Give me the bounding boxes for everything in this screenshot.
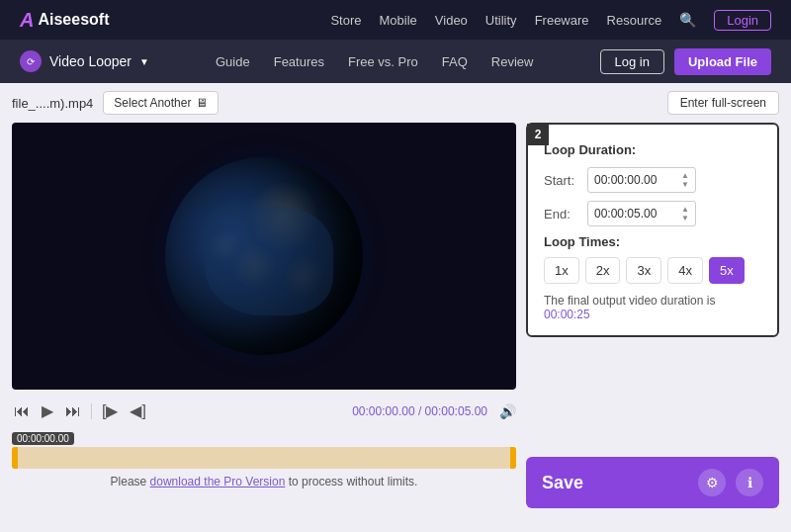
panel-number: 2: [527, 124, 549, 145]
timeline-track[interactable]: [12, 447, 516, 469]
upload-file-button[interactable]: Upload File: [674, 48, 771, 75]
monitor-icon: 🖥: [196, 96, 208, 110]
current-time: 00:00:00.00: [352, 404, 414, 418]
pro-download-link[interactable]: download the Pro Version: [150, 475, 286, 488]
start-label: Start:: [544, 173, 579, 188]
time-separator: /: [418, 404, 425, 418]
brand-icon: ⟳: [20, 50, 42, 72]
loop-buttons: 1x 2x 3x 4x 5x: [544, 257, 761, 284]
loop-end-button[interactable]: ◀]: [128, 399, 147, 422]
timeline-handle-right[interactable]: [510, 447, 516, 469]
settings-button[interactable]: ⚙: [698, 469, 726, 496]
nav-mobile[interactable]: Mobile: [380, 13, 417, 28]
end-value: 00:00:05.00: [594, 207, 657, 221]
loop-panel: 2 Loop Duration: Start: 00:00:00.00 ▲ ▼ …: [526, 123, 779, 337]
video-controls: ⏮ ▶ ⏭ [▶ ◀] 00:00:00.00 / 00:00:05.00 🔊: [12, 396, 516, 426]
file-info: file_....m).mp4 Select Another 🖥: [12, 91, 219, 115]
tool-name: Video Looper: [49, 53, 132, 69]
sub-nav-links: Guide Features Free vs. Pro FAQ Review: [179, 54, 571, 69]
logo: A Aiseesoft: [20, 9, 109, 32]
logo-text: Aiseesoft: [38, 11, 109, 29]
total-time: 00:00:05.00: [425, 404, 487, 418]
start-field-row: Start: 00:00:00.00 ▲ ▼: [544, 167, 761, 193]
loop-duration-label: Loop Duration:: [544, 142, 761, 157]
logo-a: A: [20, 9, 34, 32]
pro-notice: Please download the Pro Version to proce…: [12, 475, 516, 488]
sub-nav-free-vs-pro[interactable]: Free vs. Pro: [348, 54, 418, 69]
spin-down[interactable]: ▼: [681, 180, 689, 189]
output-text: The final output video duration is: [544, 294, 715, 308]
earth-continent: [205, 207, 333, 315]
chevron-down-icon: ▼: [139, 56, 149, 67]
volume-icon[interactable]: 🔊: [499, 403, 516, 419]
loop-1x-button[interactable]: 1x: [544, 257, 579, 284]
video-section: ⏮ ▶ ⏭ [▶ ◀] 00:00:00.00 / 00:00:05.00 🔊 …: [12, 123, 516, 508]
output-info: The final output video duration is 00:00…: [544, 294, 761, 321]
top-navigation: A Aiseesoft Store Mobile Video Utility F…: [0, 0, 791, 40]
output-duration: 00:00:25: [544, 308, 590, 321]
earth-sphere: [165, 157, 363, 355]
save-panel: Save ⚙ ℹ: [526, 457, 779, 508]
divider: [91, 403, 92, 419]
skip-forward-button[interactable]: ⏭: [63, 400, 83, 422]
start-input[interactable]: 00:00:00.00 ▲ ▼: [587, 167, 696, 193]
timeline-handle-left[interactable]: [12, 447, 18, 469]
start-value: 00:00:00.00: [594, 173, 657, 187]
nav-freeware[interactable]: Freeware: [535, 13, 589, 28]
end-label: End:: [544, 207, 579, 222]
nav-store[interactable]: Store: [330, 13, 361, 28]
video-container: [12, 123, 516, 390]
earth-visual: [12, 123, 516, 390]
info-button[interactable]: ℹ: [736, 469, 763, 496]
loop-4x-button[interactable]: 4x: [667, 257, 703, 284]
skip-back-button[interactable]: ⏮: [12, 400, 32, 422]
spin-up-end[interactable]: ▲: [681, 205, 689, 214]
sub-nav-features[interactable]: Features: [274, 54, 324, 69]
brand-section: ⟳ Video Looper ▼: [20, 50, 149, 72]
file-name: file_....m).mp4: [12, 96, 93, 111]
login-button[interactable]: Login: [714, 10, 771, 31]
spin-down-end[interactable]: ▼: [681, 214, 689, 222]
loop-2x-button[interactable]: 2x: [585, 257, 621, 284]
sub-nav-guide[interactable]: Guide: [216, 54, 250, 69]
timeline-container: 00:00:00.00: [12, 428, 516, 469]
save-icons: ⚙ ℹ: [698, 469, 763, 496]
sub-nav-faq[interactable]: FAQ: [442, 54, 468, 69]
pro-notice-text1: Please: [111, 475, 150, 488]
save-label: Save: [542, 473, 583, 493]
sub-navigation: ⟳ Video Looper ▼ Guide Features Free vs.…: [0, 40, 791, 83]
end-input[interactable]: 00:00:05.00 ▲ ▼: [587, 201, 696, 226]
sub-nav-actions: Log in Upload File: [600, 48, 771, 75]
content-area: file_....m).mp4 Select Another 🖥 Enter f…: [0, 83, 791, 532]
time-badge: 00:00:00.00: [12, 432, 74, 445]
nav-resource[interactable]: Resource: [607, 13, 662, 28]
end-spinners[interactable]: ▲ ▼: [681, 205, 689, 222]
play-button[interactable]: ▶: [40, 399, 55, 422]
start-spinners[interactable]: ▲ ▼: [681, 171, 689, 189]
sub-login-button[interactable]: Log in: [600, 49, 664, 74]
right-panel: 2 Loop Duration: Start: 00:00:00.00 ▲ ▼ …: [526, 123, 779, 508]
pro-notice-text2: to process without limits.: [289, 475, 418, 488]
nav-video[interactable]: Video: [435, 13, 468, 28]
sub-nav-review[interactable]: Review: [491, 54, 534, 69]
time-display: 00:00:00.00 / 00:00:05.00: [156, 404, 487, 418]
nav-utility[interactable]: Utility: [485, 13, 517, 28]
top-nav-links: Store Mobile Video Utility Freeware Reso…: [138, 10, 771, 31]
main-layout: ⏮ ▶ ⏭ [▶ ◀] 00:00:00.00 / 00:00:05.00 🔊 …: [12, 123, 779, 508]
loop-start-button[interactable]: [▶: [100, 399, 120, 422]
fullscreen-button[interactable]: Enter full-screen: [667, 91, 779, 115]
file-bar: file_....m).mp4 Select Another 🖥 Enter f…: [12, 91, 779, 115]
spin-up[interactable]: ▲: [681, 171, 689, 180]
search-icon[interactable]: 🔍: [679, 12, 696, 28]
select-another-button[interactable]: Select Another 🖥: [103, 91, 219, 115]
end-field-row: End: 00:00:05.00 ▲ ▼: [544, 201, 761, 226]
loop-times-label: Loop Times:: [544, 234, 761, 249]
loop-5x-button[interactable]: 5x: [709, 257, 745, 284]
loop-3x-button[interactable]: 3x: [626, 257, 661, 284]
